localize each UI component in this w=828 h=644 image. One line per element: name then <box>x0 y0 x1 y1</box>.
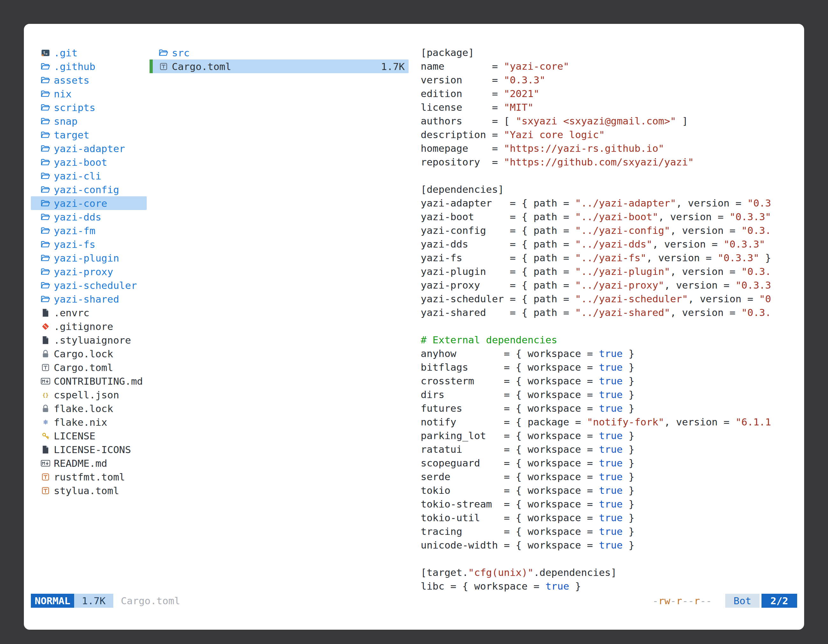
file-item-flake-nix[interactable]: ❄flake.nix <box>31 415 147 429</box>
preview-line: notify = { package = "notify-fork", vers… <box>421 415 797 429</box>
file-item-rustfmt-toml[interactable]: rustfmt.toml <box>31 470 147 484</box>
dir-item-yazi-fs[interactable]: yazi-fs <box>31 237 147 251</box>
code-span: "0.3.3" <box>724 238 765 250</box>
code-span: "../yazi-fs" <box>575 252 646 263</box>
code-span: crossterm = { workspace = <box>421 375 599 387</box>
code-span: authors = [ <box>421 115 516 127</box>
dir-item-assets[interactable]: assets <box>31 73 147 87</box>
preview-line: ratatui = { workspace = true } <box>421 443 797 456</box>
code-span: yazi-dds = { path = <box>421 238 575 250</box>
file-item-contributing-md[interactable]: CONTRIBUTING.md <box>31 374 147 388</box>
code-span: homepage = <box>421 143 504 154</box>
permission-segment: - <box>670 595 676 606</box>
code-span: dirs = { workspace = <box>421 389 599 400</box>
code-span: , version = <box>646 252 718 263</box>
dir-item-target[interactable]: target <box>31 128 147 142</box>
item-label: Cargo.lock <box>54 348 113 360</box>
file-item-license-icons[interactable]: LICENSE-ICONS <box>31 443 147 456</box>
code-span: true <box>599 512 623 523</box>
code-span: tracing = { workspace = <box>421 526 599 537</box>
dir-item-yazi-cli[interactable]: yazi-cli <box>31 169 147 183</box>
file-item-stylua-toml[interactable]: stylua.toml <box>31 484 147 497</box>
dir-item-yazi-boot[interactable]: yazi-boot <box>31 155 147 169</box>
item-label: yazi-scheduler <box>54 280 137 291</box>
folder-icon <box>41 116 50 126</box>
code-span: } <box>623 526 635 537</box>
file-item-cargo-toml[interactable]: Cargo.toml1.7K <box>149 60 409 73</box>
preview-line: repository = "https://github.com/sxyazi/… <box>421 155 797 169</box>
preview-line: crossterm = { workspace = true } <box>421 374 797 388</box>
dir-item-nix[interactable]: nix <box>31 87 147 100</box>
item-label: yazi-adapter <box>54 143 125 154</box>
code-span: yazi-adapter = { path = <box>421 197 575 209</box>
folder-icon <box>41 171 50 181</box>
code-span: bitflags = { workspace = <box>421 362 599 373</box>
item-label: yazi-boot <box>54 157 107 168</box>
file-item--gitignore[interactable]: .gitignore <box>31 320 147 333</box>
file-item-cargo-lock[interactable]: Cargo.lock <box>31 347 147 360</box>
file-item--envrc[interactable]: .envrc <box>31 306 147 320</box>
folder-icon <box>41 226 50 235</box>
code-span: , version = <box>659 211 730 223</box>
dir-item-src[interactable]: src <box>149 46 409 60</box>
code-span: true <box>599 430 623 441</box>
dir-item--github[interactable]: .github <box>31 60 147 73</box>
lock-icon <box>41 349 50 359</box>
code-span: true <box>546 580 569 592</box>
code-span: true <box>599 403 623 414</box>
code-span: description = <box>421 129 504 140</box>
dir-item-yazi-adapter[interactable]: yazi-adapter <box>31 142 147 155</box>
code-span: yazi-shared = { path = <box>421 307 575 318</box>
code-span: , version = <box>676 197 748 209</box>
dir-item-snap[interactable]: snap <box>31 114 147 128</box>
preview-line: bitflags = { workspace = true } <box>421 360 797 374</box>
dir-item-yazi-plugin[interactable]: yazi-plugin <box>31 251 147 265</box>
code-span: futures = { workspace = <box>421 403 599 414</box>
code-span: [dependencies] <box>421 183 504 195</box>
dir-item-yazi-shared[interactable]: yazi-shared <box>31 292 147 306</box>
item-label: .envrc <box>54 307 89 318</box>
file-item--styluaignore[interactable]: .styluaignore <box>31 333 147 347</box>
preview-line: parking_lot = { workspace = true } <box>421 429 797 443</box>
dir-item-yazi-fm[interactable]: yazi-fm <box>31 224 147 237</box>
code-span: yazi-plugin = { path = <box>421 266 575 277</box>
item-label: Cargo.toml <box>172 61 231 72</box>
item-label: LICENSE <box>54 430 96 442</box>
preview-line: dirs = { workspace = true } <box>421 388 797 401</box>
file-item-cargo-toml[interactable]: Cargo.toml <box>31 360 147 374</box>
dir-item-scripts[interactable]: scripts <box>31 100 147 114</box>
folder-icon <box>41 240 50 249</box>
dir-item-yazi-config[interactable]: yazi-config <box>31 183 147 196</box>
file-item-flake-lock[interactable]: flake.lock <box>31 401 147 415</box>
file-manager-panes: .git.githubassetsnixscriptssnaptargetyaz… <box>31 46 797 594</box>
dir-item-yazi-core[interactable]: yazi-core <box>31 196 147 210</box>
preview-line: tokio = { workspace = true } <box>421 484 797 497</box>
item-label: .styluaignore <box>54 334 131 346</box>
preview-line: [target."cfg(unix)".dependencies] <box>421 566 797 580</box>
preview-line: futures = { workspace = true } <box>421 401 797 415</box>
code-span: } <box>623 348 635 359</box>
code-span: "0.3 <box>748 197 772 209</box>
preview-line: scopeguard = { workspace = true } <box>421 456 797 470</box>
file-icon <box>41 445 50 454</box>
code-span: , version = <box>664 279 735 291</box>
cursor-counter-badge: 2/2 <box>762 594 797 608</box>
file-item-license[interactable]: LICENSE <box>31 429 147 443</box>
file-icon <box>41 335 50 345</box>
dir-item-yazi-proxy[interactable]: yazi-proxy <box>31 265 147 278</box>
code-span: true <box>599 362 623 373</box>
file-item-readme-md[interactable]: README.md <box>31 456 147 470</box>
code-span: "cfg(unix)" <box>468 567 533 578</box>
dir-item--git[interactable]: .git <box>31 46 147 60</box>
item-label: CONTRIBUTING.md <box>54 376 143 387</box>
item-label: yazi-cli <box>54 170 101 182</box>
code-span: yazi-config = { path = <box>421 225 575 236</box>
svg-text:❄: ❄ <box>42 418 48 426</box>
code-span: tokio-util = { workspace = <box>421 512 599 523</box>
code-span: true <box>599 498 623 510</box>
dir-item-yazi-scheduler[interactable]: yazi-scheduler <box>31 278 147 292</box>
file-item-cspell-json[interactable]: {}cspell.json <box>31 388 147 401</box>
code-span: "0.3. <box>742 266 771 277</box>
folder-icon <box>41 144 50 154</box>
dir-item-yazi-dds[interactable]: yazi-dds <box>31 210 147 224</box>
